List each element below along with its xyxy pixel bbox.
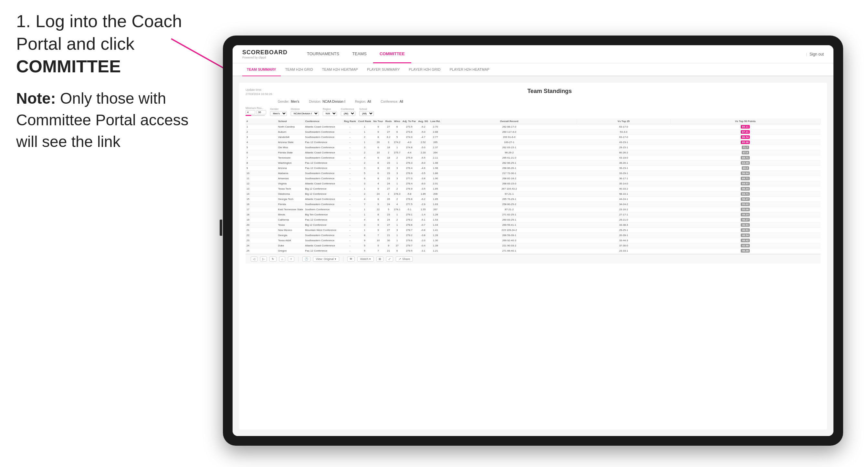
cell-rank: 14 [246,191,277,197]
cell-conf-rank: 2 [357,191,372,197]
cell-rnds: 26 [384,197,393,202]
control-conference-select[interactable]: (All) [341,111,355,116]
cell-vs25: 37-30-0 [577,243,671,248]
cell-overall: 203 91-6-0 [442,135,577,140]
control-min-rou: Minimum Rou... [246,106,266,116]
cell-avg-sg: 1.85 [417,191,429,197]
cell-overall: 268 82-18-2 [442,176,577,181]
toolbar-forward[interactable]: ▷ [260,256,267,261]
table-row: 16 Florida Southeastern Conference - 7 9… [246,202,820,207]
slider-track[interactable] [246,115,265,116]
toolbar-expand-icon[interactable]: ⤢ [386,256,393,261]
cell-adj: -4.4 [401,150,417,155]
control-division-select[interactable]: NCAA Division I [291,111,319,116]
nav-teams[interactable]: TEAMS [346,45,373,63]
cell-avg-sg: 2.20 [417,150,429,155]
cell-reg-rank: - [343,129,357,135]
control-gender-select[interactable]: Men's [270,111,287,116]
cell-rnds: 18 [384,155,393,160]
th-overall: Overall Record [442,119,577,124]
cell-conf-rank: 4 [357,197,372,202]
cell-wins: 3 [393,228,401,233]
control-conference-label: Conference [341,107,355,111]
control-region-select[interactable]: N/A [323,111,337,116]
cell-low-rd: 1.98 [429,166,442,171]
cell-low-rd: 265 [429,140,442,145]
share-btn[interactable]: ↗ Share [396,256,413,261]
cell-no-tour: 22 [372,207,384,212]
cell-vs25: 35-14-0 [577,181,671,186]
cell-vs25: 27-17-1 [577,212,671,217]
cell-conf-rank: 6 [357,176,372,181]
score-badge: 89.11 [741,125,750,128]
cell-conf-rank: 3 [357,181,372,186]
cell-vs25: 63-17-0 [577,124,671,129]
toolbar-back[interactable]: ◁ [251,256,257,261]
note-bold: Note: [16,90,56,107]
toolbar-eye-icon[interactable]: 👁 [347,256,355,261]
sub-nav-player-summary[interactable]: PLAYER SUMMARY [363,63,404,76]
cell-no-tour: 7 [372,233,384,238]
cell-overall: 97-21-1 [442,191,577,197]
control-gender: Gender Men's [270,107,287,116]
th-rank: # [246,119,277,124]
cell-wins: 1 [393,212,401,217]
cell-points: 56.94 [670,171,820,176]
cell-vs25: 20-39-1 [577,233,671,238]
cell-adj: 276.4 [401,166,417,171]
cell-overall: 268 86-26-1 [442,166,577,171]
cell-rank: 10 [246,171,277,176]
cell-rnds: 23 [384,160,393,166]
logo-sub: Powered by clippd [242,56,287,59]
toolbar-home[interactable]: ⌂ [279,256,285,261]
cell-avg-sg: 2.52 [417,140,429,145]
toolbar-add[interactable]: + [288,256,294,261]
score-badge: 58.47 [741,197,750,201]
sub-nav-team-h2h-grid[interactable]: TEAM H2H GRID [281,63,317,76]
sub-nav-team-summary[interactable]: TEAM SUMMARY [242,63,281,76]
cell-no-tour: 8 [372,197,384,202]
sub-nav-player-h2h-heatmap[interactable]: PLAYER H2H HEATMAP [445,63,494,76]
cell-adj: -4.0 [401,140,417,145]
control-min-input1[interactable] [246,110,255,114]
cell-rank: 17 [246,207,277,212]
watch-btn[interactable]: Watch ▾ [357,256,374,261]
sub-nav-team-h2h-heatmap[interactable]: TEAM H2H HEATMAP [317,63,363,76]
cell-points: 58.34 [670,186,820,191]
filter-gender-value: Men's [291,100,299,103]
cell-wins: 3 [393,171,401,176]
cell-conference: Atlantic Coast Conference [304,124,343,129]
cell-adj: 273.5 [401,124,417,129]
sub-nav-player-h2h-grid[interactable]: PLAYER H2H GRID [404,63,445,76]
cell-wins: 274.2 [393,140,401,145]
toolbar-grid-icon[interactable]: ⊞ [376,256,383,261]
cell-vs25: 39-23-1 [577,166,671,171]
cell-vs25: 58-10-1 [577,191,671,197]
cell-rank: 24 [246,243,277,248]
th-conf-rank: Conf Rank [357,119,372,124]
cell-overall: 260 83-25-1 [442,217,577,222]
sign-out[interactable]: Sign out [809,52,824,57]
cell-avg-sg: -5.5 [417,155,429,160]
nav-committee[interactable]: COMMITTEE [373,45,411,63]
filter-row: Gender: Men's Division: NCAA Division I … [246,100,820,103]
view-original-btn[interactable]: View: Original ▾ [313,256,339,261]
toolbar-refresh[interactable]: ↻ [270,256,277,261]
cell-no-tour: 6 [372,155,384,160]
cell-avg-sg: -3.1 [417,248,429,253]
cell-school: Texas A&M [277,238,304,243]
control-region-label: Region [323,107,337,111]
cell-rank: 4 [246,140,277,145]
cell-avg-sg: -1.4 [417,212,429,217]
cell-rank: 18 [246,212,277,217]
control-min-input2[interactable] [256,110,266,114]
cell-no-tour: 6 [372,171,384,176]
nav-tournaments[interactable]: TOURNAMENTS [301,45,346,63]
cell-no-tour: 8 [372,176,384,181]
toolbar-sep1 [298,256,299,261]
score-badge: 46.91 [741,223,750,227]
table-row: 6 Florida State Atlantic Coast Conferenc… [246,150,820,155]
control-school-select[interactable]: (All) [359,111,374,116]
cell-conference: Southeastern Conference [304,129,343,135]
toolbar-time[interactable]: 🕐 [302,256,310,261]
